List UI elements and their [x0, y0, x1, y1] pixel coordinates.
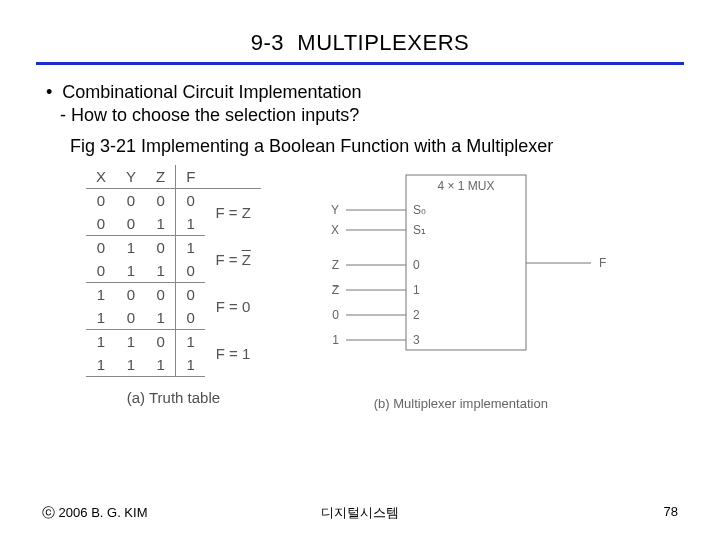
truth-table-caption: (a) Truth table: [86, 389, 261, 406]
svg-text:S₀: S₀: [413, 203, 426, 217]
svg-text:1: 1: [413, 283, 420, 297]
footer-course: 디지털시스템: [321, 504, 399, 522]
bullet-main: Combinational Circuit Implementation: [46, 79, 684, 105]
svg-text:S₁: S₁: [413, 223, 426, 237]
slide-footer: ⓒ 2006 B. G. KIM 디지털시스템 78: [0, 504, 720, 522]
title-rule: [36, 62, 684, 65]
svg-text:3: 3: [413, 333, 420, 347]
svg-text:Z: Z: [331, 283, 338, 297]
svg-text:4 × 1 MUX: 4 × 1 MUX: [437, 179, 494, 193]
svg-text:1: 1: [332, 333, 339, 347]
mux-caption: (b) Multiplexer implementation: [311, 396, 611, 411]
slide-title: 9-3 MULTIPLEXERS: [36, 30, 684, 56]
figure-caption: Fig 3-21 Implementing a Boolean Function…: [70, 136, 684, 157]
svg-text:X: X: [331, 223, 339, 237]
mux-diagram: 4 × 1 MUX Y S₀ X S₁ Z 0 _ Z 1 0 2: [311, 165, 611, 411]
truth-table: X Y Z F 0000 F = Z 0011: [86, 165, 261, 406]
svg-text:Y: Y: [331, 203, 339, 217]
svg-rect-0: [406, 175, 526, 350]
svg-text:0: 0: [332, 308, 339, 322]
svg-text:2: 2: [413, 308, 420, 322]
bullet-sub: - How to choose the selection inputs?: [60, 105, 684, 126]
svg-text:0: 0: [413, 258, 420, 272]
svg-text:F: F: [599, 256, 606, 270]
footer-copyright: ⓒ 2006 B. G. KIM: [42, 504, 148, 522]
svg-text:Z: Z: [331, 258, 338, 272]
footer-page-number: 78: [664, 504, 678, 522]
